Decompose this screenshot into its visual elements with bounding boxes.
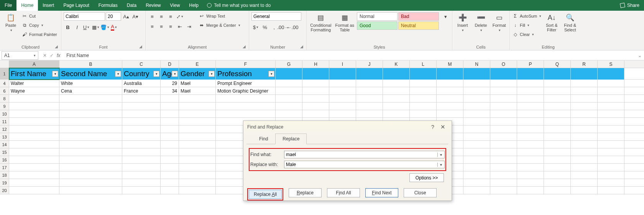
cell[interactable] [490, 141, 517, 148]
cell[interactable] [517, 148, 544, 156]
cell[interactable] [329, 87, 356, 94]
number-format-select[interactable] [251, 12, 301, 21]
underline-button[interactable]: U▾ [82, 23, 90, 31]
percent-button[interactable]: % [261, 23, 269, 31]
cell[interactable] [437, 80, 463, 87]
cell[interactable] [437, 103, 463, 110]
align-middle-button[interactable]: ≡ [157, 12, 166, 21]
cell[interactable] [437, 95, 463, 102]
cell[interactable] [490, 80, 517, 87]
row-header[interactable]: 18 [0, 171, 9, 179]
filter-dropdown-icon[interactable]: ▾ [115, 71, 121, 77]
cell[interactable] [9, 187, 59, 194]
cell[interactable] [571, 156, 598, 163]
decrease-indent-button[interactable]: ⇤ [176, 22, 184, 31]
cell[interactable] [463, 103, 490, 110]
cell[interactable] [544, 148, 571, 156]
col-header-J[interactable]: J [356, 60, 383, 68]
format-painter-button[interactable]: 🖌Format Painter [21, 31, 57, 38]
cell[interactable] [463, 148, 490, 156]
enter-icon[interactable]: ✓ [50, 53, 54, 58]
menu-data[interactable]: Data [122, 0, 141, 11]
filter-dropdown-icon[interactable]: ▾ [153, 71, 159, 77]
cell[interactable] [216, 103, 276, 110]
align-top-button[interactable]: ≡ [148, 12, 156, 21]
cell[interactable] [598, 87, 624, 94]
col-header-P[interactable]: P [517, 60, 544, 68]
row-header[interactable]: 17 [0, 164, 9, 171]
cell[interactable] [179, 125, 216, 133]
cell[interactable] [571, 95, 598, 102]
cell[interactable] [122, 125, 161, 133]
italic-button[interactable]: I [73, 23, 81, 31]
cell[interactable] [161, 156, 179, 163]
cell[interactable] [329, 80, 356, 87]
cell[interactable] [598, 103, 624, 110]
find-all-button[interactable]: Find All [327, 188, 360, 197]
cell[interactable] [59, 187, 122, 194]
cell[interactable]: Second Name▾ [59, 68, 122, 80]
row-header[interactable]: 1 [0, 68, 9, 79]
cell[interactable] [517, 87, 544, 94]
cell[interactable] [122, 95, 161, 102]
cell[interactable] [598, 156, 624, 163]
autosum-button[interactable]: ΣAutoSum▾ [512, 12, 541, 20]
cell[interactable] [383, 110, 410, 117]
cell[interactable] [463, 68, 490, 80]
menu-view[interactable]: View [166, 0, 185, 11]
cell[interactable] [598, 187, 624, 194]
cell[interactable]: Age▾ [161, 68, 179, 80]
cell[interactable] [9, 133, 59, 140]
clear-button[interactable]: ◇Clear▾ [512, 31, 541, 38]
tab-replace[interactable]: Replace [275, 134, 307, 144]
cell[interactable] [544, 68, 571, 80]
cell[interactable]: Country▾ [122, 68, 161, 80]
col-header-L[interactable]: L [410, 60, 437, 68]
cell[interactable] [302, 80, 329, 87]
cell[interactable] [490, 118, 517, 125]
bold-button[interactable]: B [64, 23, 72, 31]
cell[interactable] [329, 110, 356, 117]
cell[interactable] [59, 141, 122, 148]
cell[interactable] [544, 187, 571, 194]
cell[interactable] [9, 171, 59, 179]
select-all-corner[interactable] [0, 60, 9, 68]
close-icon[interactable]: ✕ [438, 124, 448, 130]
cell[interactable]: Walter [9, 80, 59, 87]
col-header-E[interactable]: E [179, 60, 216, 68]
menu-review[interactable]: Review [141, 0, 165, 11]
cell[interactable]: Mael [179, 87, 216, 94]
cell[interactable] [490, 187, 517, 194]
cell[interactable] [122, 187, 161, 194]
cell[interactable] [356, 103, 383, 110]
dialog-launcher-icon[interactable]: ◢ [139, 44, 144, 49]
cell[interactable] [544, 125, 571, 133]
cell[interactable] [463, 95, 490, 102]
cell[interactable]: Mael [179, 80, 216, 87]
find-what-text[interactable] [284, 152, 437, 157]
cell[interactable] [383, 95, 410, 102]
filter-dropdown-icon[interactable]: ▾ [268, 71, 274, 77]
cell[interactable] [517, 80, 544, 87]
replace-button[interactable]: Replace [289, 188, 322, 197]
row-header[interactable]: 14 [0, 141, 9, 148]
cell[interactable] [490, 156, 517, 163]
col-header-K[interactable]: K [383, 60, 410, 68]
font-name-select[interactable] [64, 12, 105, 21]
cell[interactable] [9, 148, 59, 156]
cell[interactable] [179, 103, 216, 110]
copy-button[interactable]: ⧉Copy▾ [21, 21, 57, 29]
cell[interactable] [598, 133, 624, 140]
cell[interactable]: 34 [161, 87, 179, 94]
align-bottom-button[interactable]: ≡ [166, 12, 175, 21]
tell-me-search[interactable]: Tell me what you want to do [207, 3, 271, 8]
cell[interactable] [161, 110, 179, 117]
cell[interactable] [122, 156, 161, 163]
cell[interactable] [517, 103, 544, 110]
cell[interactable] [161, 148, 179, 156]
cell[interactable] [179, 118, 216, 125]
cell[interactable] [161, 125, 179, 133]
cell[interactable] [122, 164, 161, 171]
fx-icon[interactable]: fx [57, 53, 60, 58]
cell[interactable] [544, 110, 571, 117]
